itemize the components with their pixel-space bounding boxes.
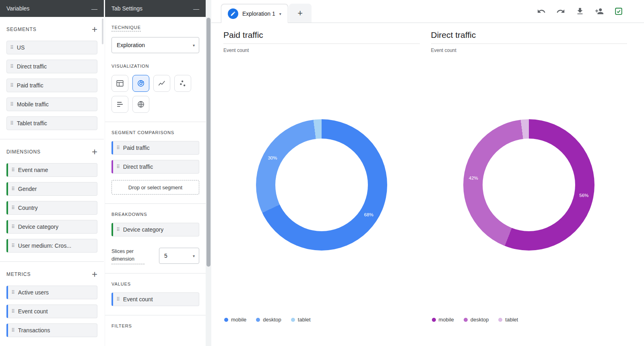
bar-chart-viz-icon[interactable] bbox=[111, 96, 128, 113]
legend-item-mobile[interactable]: mobile bbox=[432, 317, 454, 323]
legend-item-tablet[interactable]: tablet bbox=[291, 317, 311, 323]
draggable-chip[interactable]: ⠿Mobile traffic bbox=[6, 97, 97, 111]
donut-chart[interactable]: 68%30% bbox=[256, 119, 387, 251]
chip-label: Paid traffic bbox=[17, 82, 43, 89]
slices-per-dimension-select[interactable]: 5 ▾ bbox=[159, 248, 199, 264]
draggable-chip[interactable]: ⠿Event count bbox=[6, 305, 97, 318]
draggable-chip[interactable]: ⠿Event count bbox=[111, 292, 199, 306]
new-tab-button[interactable]: + bbox=[289, 4, 312, 23]
table-viz-icon[interactable] bbox=[111, 75, 128, 92]
draggable-chip[interactable]: ⠿Tablet traffic bbox=[6, 116, 97, 130]
draggable-chip[interactable]: ⠿Device category bbox=[111, 223, 199, 236]
chart-subtitle: Event count bbox=[223, 48, 420, 53]
scatter-chart-viz-icon[interactable] bbox=[174, 75, 191, 92]
chip-label: Transactions bbox=[18, 327, 50, 334]
donut-hole bbox=[483, 139, 575, 231]
add-segment-icon[interactable]: + bbox=[92, 25, 97, 34]
geo-map-viz-icon[interactable] bbox=[132, 96, 149, 113]
chart-legend: mobiledesktoptablet bbox=[432, 317, 627, 323]
draggable-chip[interactable]: ⠿Device category bbox=[6, 220, 97, 234]
chip-label: Direct traffic bbox=[17, 63, 47, 70]
charts-row: Paid trafficEvent count68%30%mobiledeskt… bbox=[223, 30, 627, 346]
canvas-toolbar bbox=[537, 6, 644, 16]
draggable-chip[interactable]: ⠿Active users bbox=[6, 286, 97, 299]
donut-chart[interactable]: 56%42% bbox=[463, 119, 594, 251]
chip-label: Device category bbox=[123, 226, 163, 233]
legend-item-tablet[interactable]: tablet bbox=[498, 317, 518, 323]
chip-label: US bbox=[17, 44, 25, 51]
slice-percent-label: 30% bbox=[268, 155, 277, 160]
visualization-options bbox=[111, 75, 192, 113]
draggable-chip[interactable]: ⠿Direct traffic bbox=[111, 160, 199, 174]
technique-label: TECHNIQUE bbox=[111, 25, 141, 31]
chip-label: Mobile traffic bbox=[17, 101, 49, 108]
add-dimension-icon[interactable]: + bbox=[92, 147, 97, 157]
chart-canvas: Paid trafficEvent count68%30%mobiledeskt… bbox=[211, 23, 644, 346]
drag-handle-icon: ⠿ bbox=[7, 64, 17, 69]
variables-panel: Variables — SEGMENTS + ⠿US⠿Direct traffi… bbox=[0, 0, 104, 346]
chevron-down-icon: ▾ bbox=[193, 43, 195, 48]
tab-settings-panel: Tab Settings — TECHNIQUE Exploration ▾ V… bbox=[105, 0, 206, 346]
drag-handle-icon: ⠿ bbox=[7, 83, 17, 88]
chart-title: Direct traffic bbox=[431, 30, 627, 40]
minimize-panel-icon[interactable]: — bbox=[193, 6, 199, 12]
chip-label: Event name bbox=[18, 167, 48, 173]
draggable-chip[interactable]: ⠿Gender bbox=[6, 182, 97, 196]
legend-label: tablet bbox=[505, 317, 518, 323]
draggable-chip[interactable]: ⠿Transactions bbox=[6, 323, 97, 337]
segments-section-title: SEGMENTS bbox=[6, 27, 37, 32]
drag-handle-icon: ⠿ bbox=[8, 290, 18, 295]
legend-item-mobile[interactable]: mobile bbox=[224, 317, 246, 323]
chip-label: Direct traffic bbox=[123, 164, 153, 170]
app-root: Variables — SEGMENTS + ⠿US⠿Direct traffi… bbox=[0, 0, 644, 346]
add-metric-icon[interactable]: + bbox=[92, 269, 97, 279]
drag-handle-icon: ⠿ bbox=[113, 227, 123, 232]
drag-handle-icon: ⠿ bbox=[113, 145, 123, 151]
tab-exploration-1[interactable]: Exploration 1 ▾ bbox=[221, 4, 288, 23]
drag-handle-icon: ⠿ bbox=[8, 186, 18, 192]
legend-item-desktop[interactable]: desktop bbox=[256, 317, 281, 323]
tab-settings-scrollbar-track[interactable] bbox=[206, 0, 211, 346]
slices-per-dimension-row: Slices per dimension 5 ▾ bbox=[111, 248, 199, 264]
chart-subtitle: Event count bbox=[431, 48, 627, 53]
draggable-chip[interactable]: ⠿Direct traffic bbox=[6, 60, 97, 73]
chart-legend: mobiledesktoptablet bbox=[224, 317, 420, 323]
drag-handle-icon: ⠿ bbox=[113, 164, 123, 170]
visualization-label: VISUALIZATION bbox=[111, 64, 149, 68]
draggable-chip[interactable]: ⠿Paid traffic bbox=[6, 79, 97, 92]
redo-icon[interactable] bbox=[556, 6, 566, 16]
donut-chart-viz-icon[interactable] bbox=[132, 75, 149, 92]
legend-item-desktop[interactable]: desktop bbox=[464, 317, 489, 323]
tab-settings-panel-header: Tab Settings — bbox=[105, 0, 206, 17]
chip-label: Event count bbox=[123, 296, 153, 302]
scrollbar-thumb[interactable] bbox=[206, 18, 211, 267]
metrics-section-title: METRICS bbox=[6, 271, 31, 277]
undo-icon[interactable] bbox=[537, 6, 547, 16]
legend-dot bbox=[498, 318, 502, 322]
legend-label: mobile bbox=[231, 317, 246, 323]
slice-percent-label: 42% bbox=[469, 176, 478, 180]
draggable-chip[interactable]: ⠿Event name bbox=[6, 163, 97, 177]
breakdowns-label: BREAKDOWNS bbox=[111, 212, 147, 217]
download-icon[interactable] bbox=[576, 6, 585, 16]
segment-comparisons-section: SEGMENT COMPARISONS ⠿Paid traffic⠿Direct… bbox=[105, 122, 206, 203]
segments-list: ⠿US⠿Direct traffic⠿Paid traffic⠿Mobile t… bbox=[6, 41, 97, 130]
variables-scrollbar-thumb[interactable] bbox=[102, 19, 103, 44]
draggable-chip[interactable]: ⠿User medium: Cros... bbox=[6, 239, 97, 253]
metrics-list: ⠿Active users⠿Event count⠿Transactions bbox=[6, 286, 97, 337]
drag-handle-icon: ⠿ bbox=[8, 167, 18, 173]
breakdowns-section: BREAKDOWNS ⠿Device category Slices per d… bbox=[105, 203, 206, 273]
dimensions-list: ⠿Event name⠿Gender⠿Country⠿Device catego… bbox=[6, 163, 97, 253]
segment-drop-target[interactable]: Drop or select segment bbox=[111, 180, 199, 195]
share-add-users-icon[interactable] bbox=[595, 6, 605, 16]
fact-check-icon[interactable] bbox=[614, 6, 624, 16]
technique-select[interactable]: Exploration ▾ bbox=[111, 37, 199, 53]
chip-label: Country bbox=[18, 205, 38, 211]
draggable-chip[interactable]: ⠿Paid traffic bbox=[111, 141, 199, 155]
minimize-panel-icon[interactable]: — bbox=[91, 6, 97, 12]
line-chart-viz-icon[interactable] bbox=[153, 75, 170, 92]
tab-chevron-down-icon[interactable]: ▾ bbox=[279, 12, 281, 16]
draggable-chip[interactable]: ⠿US bbox=[6, 41, 97, 54]
draggable-chip[interactable]: ⠿Country bbox=[6, 201, 97, 215]
slice-percent-label: 56% bbox=[579, 193, 588, 198]
